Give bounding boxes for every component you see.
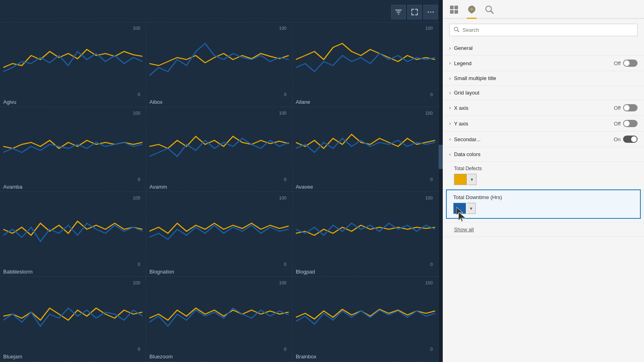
chart-avamm[interactable]: 100 0 Avamm — [146, 107, 292, 192]
y-axis-100-blogpad: 100 — [425, 195, 433, 200]
data-color-label-total-defects: Total Defects — [454, 166, 638, 171]
section-label-data-colors: Data colors — [454, 151, 638, 157]
section-grid-layout[interactable]: › Grid layout — [443, 86, 644, 100]
data-color-item-total-defects: Total Defects ▼ — [443, 162, 644, 189]
y-axis-0-babblestorm: 0 — [138, 262, 140, 267]
chevron-y-axis: › — [449, 121, 451, 126]
chart-agivu[interactable]: 100 0 Agivu — [0, 23, 146, 107]
chart-label-aibox: Aibox — [149, 99, 163, 105]
chart-babblestorm[interactable]: 100 0 Babblestorm — [0, 192, 146, 277]
section-small-multiple-title[interactable]: › Small multiple title — [443, 71, 644, 86]
chart-label-avamba: Avamba — [3, 184, 22, 190]
chart-scrollbar[interactable] — [439, 0, 443, 362]
data-color-item-total-downtime: Total Downtime (Hrs) ▼ — [443, 189, 644, 222]
y-axis-0-aibox: 0 — [284, 92, 287, 97]
y-axis-0-bluezoom: 0 — [284, 347, 287, 352]
toggle-secondary[interactable] — [623, 136, 638, 143]
show-all-button[interactable]: Show all — [443, 222, 644, 237]
chart-bluejam[interactable]: 100 0 Bluejam — [0, 277, 146, 362]
toggle-y-axis[interactable] — [623, 120, 638, 127]
chart-label-brainbox: Brainbox — [296, 354, 316, 360]
y-axis-100-avavee: 100 — [425, 111, 433, 115]
color-picker-total-defects: ▼ — [454, 174, 638, 185]
svg-point-7 — [471, 8, 473, 10]
toggle-x-axis[interactable] — [623, 104, 638, 111]
y-axis-0-agivu: 0 — [138, 92, 140, 97]
y-axis-0-avamba: 0 — [138, 177, 140, 182]
panel-search[interactable] — [449, 24, 638, 36]
color-dropdown-total-defects[interactable]: ▼ — [468, 174, 477, 185]
y-axis-100-avamm: 100 — [279, 111, 286, 115]
chart-label-bluejam: Bluejam — [3, 354, 22, 360]
toggle-knob-y-axis — [624, 121, 630, 126]
y-axis-100-aibox: 100 — [279, 26, 286, 31]
section-general[interactable]: › General — [443, 41, 644, 56]
toggle-label-y-axis: Off — [614, 121, 621, 127]
y-axis-100-blognation: 100 — [279, 195, 286, 200]
y-axis-0-bluejam: 0 — [138, 347, 140, 352]
filter-button[interactable] — [391, 5, 406, 19]
chart-aibox[interactable]: 100 0 Aibox — [146, 23, 292, 107]
search-icon — [454, 27, 459, 33]
expand-button[interactable] — [407, 5, 422, 19]
chevron-data-colors: ‹ — [449, 152, 451, 157]
chart-label-avamm: Avamm — [149, 184, 167, 190]
chart-bluezoom[interactable]: 100 0 Bluezoom — [146, 277, 292, 362]
chart-label-babblestorm: Babblestorm — [3, 269, 33, 275]
toggle-group-secondary: On — [614, 136, 638, 143]
section-label-small-multiple: Small multiple title — [454, 75, 638, 81]
svg-point-1 — [430, 12, 431, 13]
section-label-y-axis: Y axis — [454, 121, 614, 127]
y-axis-100-babblestorm: 100 — [133, 195, 140, 200]
chart-blogpad[interactable]: 100 0 Blogpad — [293, 192, 439, 277]
color-dropdown-total-downtime[interactable]: ▼ — [467, 203, 476, 214]
y-axis-0-brainbox: 0 — [430, 347, 433, 352]
search-input[interactable] — [462, 27, 633, 33]
color-swatch-total-downtime[interactable] — [453, 203, 466, 214]
more-options-button[interactable] — [423, 5, 438, 19]
svg-rect-4 — [454, 6, 458, 9]
tab-format[interactable] — [449, 5, 459, 19]
chart-avamba[interactable]: 100 0 Avamba — [0, 107, 146, 192]
data-colors-header[interactable]: ‹ Data colors — [443, 147, 644, 162]
chevron-x-axis: › — [449, 105, 451, 111]
y-axis-100-brainbox: 100 — [425, 280, 433, 285]
chart-blognation[interactable]: 100 0 Blognation — [146, 192, 292, 277]
toggle-label-x-axis: Off — [614, 105, 621, 111]
toggle-group-x-axis: Off — [614, 104, 638, 111]
toggle-knob-legend — [624, 60, 630, 66]
chart-label-blognation: Blognation — [149, 269, 174, 275]
total-downtime-box: Total Downtime (Hrs) ▼ — [446, 189, 641, 219]
chevron-secondary: ‹ — [449, 136, 451, 142]
toggle-group-legend: Off — [614, 60, 638, 67]
section-y-axis[interactable]: › Y axis Off — [443, 116, 644, 132]
chart-area: 100 0 Agivu 100 0 Aibox 100 0 Aila — [0, 0, 443, 362]
toggle-label-legend: Off — [614, 60, 621, 66]
section-label-x-axis: X axis — [454, 105, 614, 111]
y-axis-0-avavee: 0 — [430, 177, 433, 182]
y-axis-0-ailane: 0 — [430, 92, 433, 97]
toggle-knob-secondary — [631, 136, 637, 142]
color-swatch-total-defects[interactable] — [454, 174, 467, 185]
chevron-grid-layout: › — [449, 90, 451, 96]
section-x-axis[interactable]: › X axis Off — [443, 100, 644, 116]
chart-avavee[interactable]: 100 0 Avavee — [293, 107, 439, 192]
toggle-legend[interactable] — [623, 60, 638, 67]
chevron-small-multiple: › — [449, 76, 451, 81]
chart-label-agivu: Agivu — [3, 99, 17, 105]
chart-label-bluezoom: Bluezoom — [149, 354, 173, 360]
panel-header — [443, 0, 644, 19]
section-legend[interactable]: › Legend Off — [443, 56, 644, 71]
tab-paint[interactable] — [467, 5, 477, 19]
svg-rect-6 — [454, 10, 458, 14]
y-axis-100-avamba: 100 — [133, 111, 140, 115]
chart-scrollbar-thumb[interactable] — [439, 145, 443, 169]
section-label-secondary: Secondar... — [454, 136, 614, 142]
chart-brainbox[interactable]: 100 0 Brainbox — [293, 277, 439, 362]
chart-toolbar — [391, 5, 438, 19]
section-secondary[interactable]: ‹ Secondar... On — [443, 132, 644, 147]
chart-ailane[interactable]: 100 0 Ailane — [293, 23, 439, 107]
right-panel: › General › Legend Off › Small multiple … — [443, 0, 644, 362]
tab-analytics[interactable] — [485, 5, 494, 19]
section-label-grid-layout: Grid layout — [454, 90, 638, 96]
